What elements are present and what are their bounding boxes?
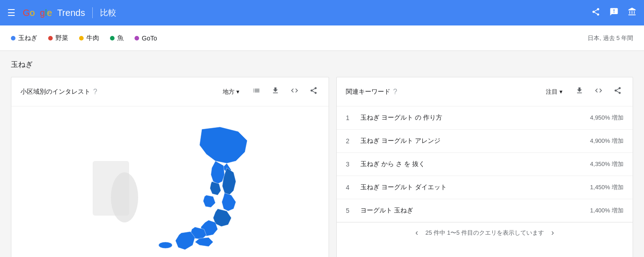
keyword-row[interactable]: 2 玉ねぎ ヨーグルト アレンジ 4,900% 増加 [337,130,633,153]
legend-dot-yasai [48,36,53,40]
japan-map [65,116,275,252]
legend-dot-tamanegi [11,36,15,40]
menu-icon[interactable]: ☰ [7,7,15,18]
keywords-list: 1 玉ねぎ ヨーグルト の 作り方 4,950% 増加 2 玉ねぎ ヨーグルト … [337,106,633,222]
region-dropdown[interactable]: 地方 ▾ [219,86,243,98]
keyword-value: 4,350% 増加 [590,160,624,168]
map-panel-title: 小区域別のインタレスト ? [20,88,97,96]
keyword-text: ヨーグルト 玉ねぎ [360,207,590,215]
map-panel-header: 小区域別のインタレスト ? 地方 ▾ [11,77,329,106]
legend-item-tamanegi[interactable]: 玉ねぎ [11,34,37,42]
sort-dropdown[interactable]: 注目 ▾ [542,86,566,98]
map-panel-title-text: 小区域別のインタレスト [20,88,90,96]
section-title: 玉ねぎ [11,60,633,70]
map-download-icon[interactable] [270,85,281,99]
page-title: 比較 [100,7,116,18]
legend-dot-sakana [110,36,115,40]
svg-point-2 [159,242,172,248]
keyword-text: 玉ねぎ から さ を 抜く [360,160,590,168]
keywords-panel-header: 関連キーワード ? 注目 ▾ [337,77,633,106]
keywords-panel-title: 関連キーワード ? [346,88,397,96]
legend-label-tamanegi: 玉ねぎ [18,34,37,42]
legend-item-yasai[interactable]: 野菜 [48,34,68,42]
next-page-button[interactable]: › [551,228,554,237]
legend-label-goto: GoTo [142,35,157,42]
keyword-value: 1,400% 増加 [590,207,624,215]
legend-item-sakana[interactable]: 魚 [110,34,124,42]
content-area: 玉ねぎ 小区域別のインタレスト ? 地方 ▾ [0,51,644,257]
keywords-panel: 関連キーワード ? 注目 ▾ [336,77,633,257]
keyword-text: 玉ねぎ ヨーグルト の 作り方 [360,114,590,122]
sort-dropdown-icon: ▾ [559,88,563,95]
legend-label-gyuniku: 牛肉 [86,34,99,42]
map-share-icon[interactable] [308,85,320,99]
legend-label-yasai: 野菜 [55,34,68,42]
map-panel: 小区域別のインタレスト ? 地方 ▾ [11,77,329,257]
legend-item-goto[interactable]: GoTo [135,35,157,42]
keyword-value: 4,950% 増加 [590,114,624,122]
header-divider [92,7,93,18]
keywords-code-icon[interactable] [593,85,604,99]
keywords-share-icon[interactable] [612,85,624,99]
legend-label-sakana: 魚 [117,34,124,42]
legend-items: 玉ねぎ 野菜 牛肉 魚 GoTo [11,34,588,42]
apps-icon[interactable] [628,7,637,19]
keyword-num: 5 [346,207,355,214]
region-dropdown-label: 地方 [223,88,235,96]
keyword-row[interactable]: 1 玉ねぎ ヨーグルト の 作り方 4,950% 増加 [337,106,633,130]
panels: 小区域別のインタレスト ? 地方 ▾ [11,77,633,257]
feedback-icon[interactable] [609,7,619,19]
keyword-num: 4 [346,184,355,191]
keyword-num: 3 [346,161,355,168]
legend-dot-gyuniku [79,36,84,40]
prev-page-button[interactable]: ‹ [415,228,418,237]
map-list-icon[interactable] [250,85,262,99]
pagination-row: ‹ 25 件中 1〜5 件目のクエリを表示しています › [337,222,633,243]
keyword-text: 玉ねぎ ヨーグルト ダイエット [360,183,590,191]
app-header: ☰ Google Trends 比較 [0,0,644,25]
keywords-help-icon[interactable]: ? [393,88,397,96]
region-label: 日本, 過去 5 年間 [588,34,633,42]
map-container [11,106,329,257]
keywords-panel-controls: 注目 ▾ [542,85,624,99]
legend-dot-goto [135,36,139,40]
keyword-text: 玉ねぎ ヨーグルト アレンジ [360,137,590,145]
keywords-panel-title-text: 関連キーワード [346,88,390,96]
google-logo: Google Trends [23,8,85,18]
sort-dropdown-label: 注目 [546,88,558,96]
svg-rect-1 [93,161,129,216]
keyword-row[interactable]: 4 玉ねぎ ヨーグルト ダイエット 1,450% 増加 [337,176,633,199]
map-panel-controls: 地方 ▾ [219,85,320,99]
legend-item-gyuniku[interactable]: 牛肉 [79,34,99,42]
keyword-num: 2 [346,137,355,145]
keyword-value: 1,450% 増加 [590,183,624,191]
legend-bar: 玉ねぎ 野菜 牛肉 魚 GoTo 日本, 過去 5 年間 [0,25,644,51]
region-dropdown-icon: ▾ [236,88,240,95]
header-actions [591,7,637,19]
share-icon[interactable] [591,7,600,19]
keyword-row[interactable]: 5 ヨーグルト 玉ねぎ 1,400% 増加 [337,199,633,222]
keywords-download-icon[interactable] [574,85,585,99]
map-code-icon[interactable] [289,85,300,99]
pagination-text: 25 件中 1〜5 件目のクエリを表示しています [425,229,544,237]
keyword-num: 1 [346,114,355,121]
keyword-row[interactable]: 3 玉ねぎ から さ を 抜く 4,350% 増加 [337,153,633,176]
map-help-icon[interactable]: ? [93,88,97,96]
keyword-value: 4,900% 増加 [590,137,624,145]
